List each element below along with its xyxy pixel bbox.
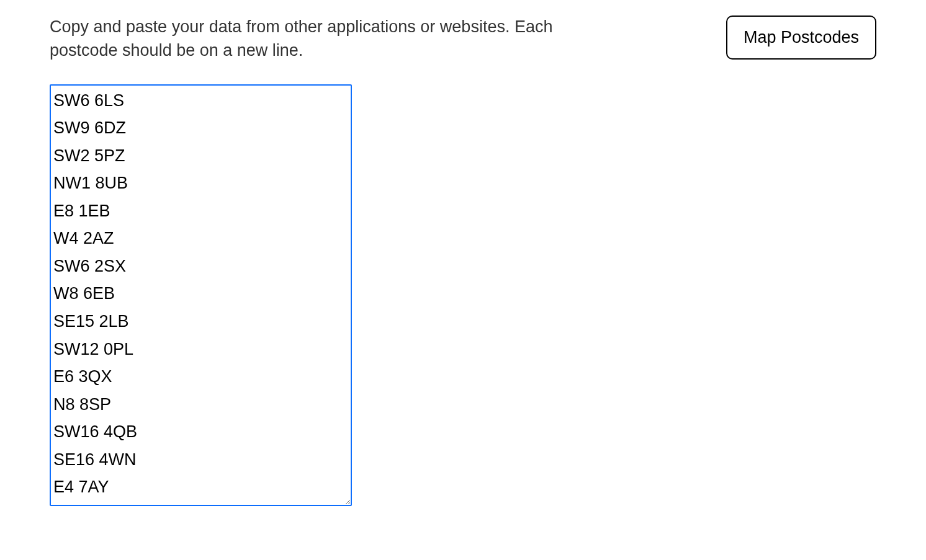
map-postcodes-button[interactable]: Map Postcodes (726, 16, 876, 60)
main-container: Copy and paste your data from other appl… (50, 16, 876, 509)
instructions-text: Copy and paste your data from other appl… (50, 16, 608, 63)
left-section: Copy and paste your data from other appl… (50, 16, 701, 509)
postcode-input[interactable] (50, 84, 352, 506)
